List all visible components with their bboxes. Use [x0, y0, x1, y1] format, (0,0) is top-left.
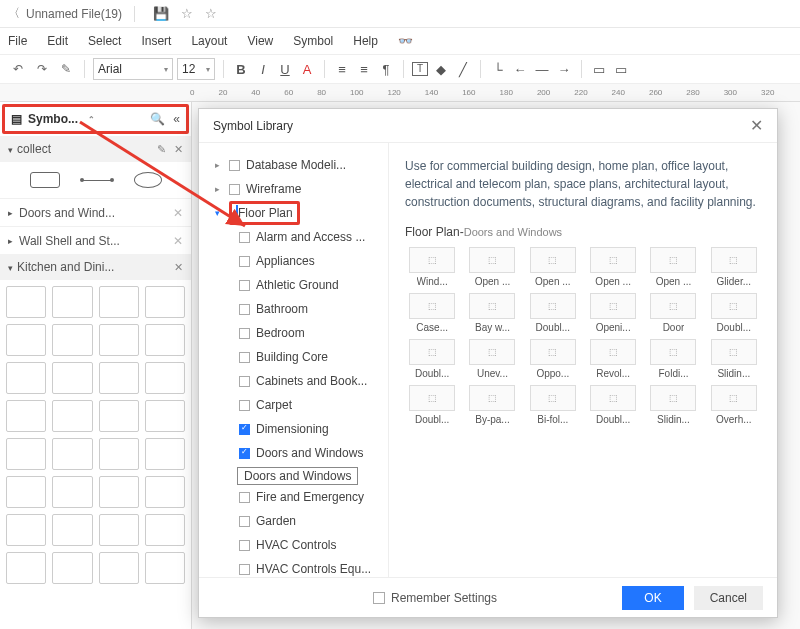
shape-cell[interactable] — [145, 438, 185, 470]
underline-icon[interactable]: U — [276, 60, 294, 78]
tree-item[interactable]: ▸Database Modeli... — [205, 153, 382, 177]
spacing-icon[interactable]: ¶ — [377, 60, 395, 78]
arrow-start-icon[interactable]: ← — [511, 60, 529, 78]
export-icon[interactable]: ☆ — [181, 6, 193, 21]
glasses-icon[interactable]: 👓 — [398, 34, 413, 48]
arrow-end-icon[interactable]: → — [555, 60, 573, 78]
size-select[interactable]: 12▾ — [177, 58, 215, 80]
fill-icon[interactable]: ◆ — [432, 60, 450, 78]
close-icon[interactable]: ✕ — [173, 206, 183, 220]
edit-icon[interactable]: ✎ — [157, 143, 166, 156]
share-icon[interactable]: ☆ — [205, 6, 217, 21]
font-color-icon[interactable]: A — [298, 60, 316, 78]
collect-header[interactable]: ▾collect ✎✕ — [0, 136, 191, 162]
shape-cell[interactable] — [6, 438, 46, 470]
shape-cell[interactable] — [52, 400, 92, 432]
align-icon[interactable]: ≡ — [333, 60, 351, 78]
shape-cell[interactable] — [99, 362, 139, 394]
symbol-item[interactable]: ⬚Revol... — [586, 339, 640, 379]
close-icon[interactable]: ✕ — [750, 116, 763, 135]
shape-cell[interactable] — [145, 286, 185, 318]
symbol-item[interactable]: ⬚Oppo... — [526, 339, 580, 379]
collapse-icon[interactable]: « — [173, 112, 180, 126]
symbol-item[interactable]: ⬚Door — [646, 293, 700, 333]
symbol-item[interactable]: ⬚Case... — [405, 293, 459, 333]
shape-cell[interactable] — [6, 552, 46, 584]
shape-cell[interactable] — [52, 438, 92, 470]
tree-item[interactable]: Alarm and Access ... — [205, 225, 382, 249]
valign-icon[interactable]: ≡ — [355, 60, 373, 78]
shape-cell[interactable] — [99, 476, 139, 508]
tree-item[interactable]: Cabinets and Book... — [205, 369, 382, 393]
menu-view[interactable]: View — [247, 34, 273, 48]
connector-icon[interactable]: └ — [489, 60, 507, 78]
tree-item[interactable]: Garden — [205, 509, 382, 533]
symbol-item[interactable]: ⬚Slidin... — [707, 339, 761, 379]
symbol-item[interactable]: ⬚Doubl... — [405, 385, 459, 425]
font-select[interactable]: Arial▾ — [93, 58, 173, 80]
tree-item[interactable]: HVAC Controls — [205, 533, 382, 557]
tree-item[interactable]: Bathroom — [205, 297, 382, 321]
sidebar-item-kitchen[interactable]: ▾Kitchen and Dini... ✕ — [0, 254, 191, 280]
shape-cell[interactable] — [99, 438, 139, 470]
close-icon[interactable]: ✕ — [174, 143, 183, 156]
shape-cell[interactable] — [52, 362, 92, 394]
tree-item-floor-plan[interactable]: ▾ Floor Plan — [205, 201, 382, 225]
selected-subcategory[interactable]: Doors and Windows — [237, 467, 358, 485]
symbol-item[interactable]: ⬚Open ... — [586, 247, 640, 287]
symbol-item[interactable]: ⬚Open ... — [465, 247, 519, 287]
cancel-button[interactable]: Cancel — [694, 586, 763, 610]
symbol-item[interactable]: ⬚Bi-fol... — [526, 385, 580, 425]
symbol-panel-header[interactable]: ▤Symbo...⌃ 🔍« — [2, 104, 189, 134]
shape-cell[interactable] — [6, 324, 46, 356]
line-shape[interactable] — [82, 180, 112, 181]
symbol-item[interactable]: ⬚Overh... — [707, 385, 761, 425]
shape-cell[interactable] — [6, 286, 46, 318]
shape-cell[interactable] — [145, 362, 185, 394]
symbol-item[interactable]: ⬚Openi... — [586, 293, 640, 333]
italic-icon[interactable]: I — [254, 60, 272, 78]
symbol-item[interactable]: ⬚Bay w... — [465, 293, 519, 333]
search-icon[interactable]: 🔍 — [150, 112, 165, 126]
tree-item[interactable]: HVAC Controls Equ... — [205, 557, 382, 577]
remember-settings-checkbox[interactable]: Remember Settings — [373, 591, 497, 605]
shape-cell[interactable] — [6, 362, 46, 394]
close-icon[interactable]: ✕ — [174, 261, 183, 274]
menu-file[interactable]: File — [8, 34, 27, 48]
group-icon[interactable]: ▭ — [612, 60, 630, 78]
tree-item[interactable]: Fire and Emergency — [205, 485, 382, 509]
shape-cell[interactable] — [52, 476, 92, 508]
brush-icon[interactable]: ✎ — [56, 59, 76, 79]
redo-icon[interactable]: ↷ — [32, 59, 52, 79]
symbol-item[interactable]: ⬚Doubl... — [405, 339, 459, 379]
shape-cell[interactable] — [145, 324, 185, 356]
tree-item[interactable]: Dimensioning — [205, 417, 382, 441]
symbol-item[interactable]: ⬚Glider... — [707, 247, 761, 287]
line-style-icon[interactable]: — — [533, 60, 551, 78]
shape-cell[interactable] — [99, 552, 139, 584]
text-box-icon[interactable]: T — [412, 62, 428, 76]
undo-icon[interactable]: ↶ — [8, 59, 28, 79]
shape-cell[interactable] — [52, 552, 92, 584]
menu-help[interactable]: Help — [353, 34, 378, 48]
shape-cell[interactable] — [52, 324, 92, 356]
sidebar-item-doors[interactable]: ▸Doors and Wind... ✕ — [0, 198, 191, 226]
save-icon[interactable]: 💾 — [153, 6, 169, 21]
shape-cell[interactable] — [6, 514, 46, 546]
symbol-item[interactable]: ⬚Doubl... — [586, 385, 640, 425]
tree-item[interactable]: Doors and Windows — [205, 441, 382, 465]
menu-layout[interactable]: Layout — [191, 34, 227, 48]
ok-button[interactable]: OK — [622, 586, 683, 610]
bold-icon[interactable]: B — [232, 60, 250, 78]
shape-cell[interactable] — [99, 324, 139, 356]
category-tree[interactable]: ▸Database Modeli... ▸Wireframe ▾ Floor P… — [199, 143, 389, 577]
tree-item[interactable]: Appliances — [205, 249, 382, 273]
shape-cell[interactable] — [52, 514, 92, 546]
order-icon[interactable]: ▭ — [590, 60, 608, 78]
symbol-item[interactable]: ⬚Open ... — [646, 247, 700, 287]
tree-item[interactable]: Bedroom — [205, 321, 382, 345]
rect-shape[interactable] — [30, 172, 60, 188]
shape-cell[interactable] — [145, 400, 185, 432]
shape-cell[interactable] — [145, 476, 185, 508]
shape-cell[interactable] — [145, 514, 185, 546]
